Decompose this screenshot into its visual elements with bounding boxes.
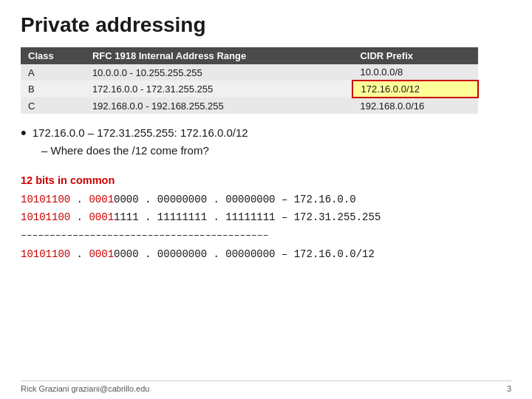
divider: ––––––––––––––––––––––––––––––––––––––––… [21, 228, 511, 244]
row-class-b: B [21, 81, 85, 98]
row-cidr-a: 10.0.0.0/8 [352, 64, 478, 81]
footer: Rick Graziani graziani@cabrillo.edu 3 [21, 381, 511, 393]
bullet-main-text: 172.16.0.0 – 172.31.255.255: 172.16.0.0/… [33, 124, 248, 142]
bits-line1-red1: 10101100 [21, 194, 70, 205]
bits-result-dot: . [70, 248, 89, 260]
col-cidr: CIDR Prefix [352, 47, 478, 64]
bits-line2-red2: 0001 [89, 211, 114, 223]
page-title: Private addressing [21, 13, 511, 37]
bits-line1-suffix: . 00000000 . 00000000 – 172.16.0.0 [139, 194, 356, 205]
footer-left: Rick Graziani graziani@cabrillo.edu [21, 384, 149, 393]
bits-result-mid: 0000 [114, 248, 139, 260]
table-row: B 172.16.0.0 - 172.31.255.255 172.16.0.0… [21, 81, 478, 98]
bits-line-2: 10101100 . 00011111 . 11111111 . 1111111… [21, 209, 511, 227]
bits-line-1: 10101100 . 00010000 . 00000000 . 0000000… [21, 191, 511, 209]
table-header-row: Class RFC 1918 Internal Address Range CI… [21, 47, 478, 64]
bullet-sub-text: – Where does the /12 come from? [41, 142, 511, 160]
footer-right: 3 [507, 384, 511, 393]
bullet-main-line: • 172.16.0.0 – 172.31.255.255: 172.16.0.… [21, 124, 511, 142]
address-table: Class RFC 1918 Internal Address Range CI… [21, 47, 511, 114]
table-row: C 192.168.0.0 - 192.168.255.255 192.168.… [21, 98, 478, 114]
bits-line1-red2: 0001 [89, 194, 114, 205]
bits-section: 12 bits in common 10101100 . 00010000 . … [21, 171, 511, 263]
bits-result-red1: 10101100 [21, 248, 70, 260]
bits-line1-mid: 0000 [114, 194, 139, 205]
col-range: RFC 1918 Internal Address Range [85, 47, 353, 64]
bullet-dot: • [21, 124, 27, 142]
row-class-c: C [21, 98, 85, 114]
bits-line2-suffix: . 11111111 . 11111111 – 172.31.255.255 [139, 211, 381, 223]
bits-label: 12 bits in common [21, 171, 511, 190]
row-cidr-c: 192.168.0.0/16 [352, 98, 478, 114]
row-range-b: 172.16.0.0 - 172.31.255.255 [85, 81, 353, 98]
bits-result-line: 10101100 . 00010000 . 00000000 . 0000000… [21, 246, 511, 264]
bits-result-red2: 0001 [89, 248, 114, 260]
bits-line2-dot1: . [70, 211, 89, 223]
bits-line1-dot1: . [70, 194, 89, 205]
bullet-section: • 172.16.0.0 – 172.31.255.255: 172.16.0.… [21, 124, 511, 160]
row-cidr-b-highlighted: 172.16.0.0/12 [352, 81, 478, 98]
bits-line2-mid: 1111 [114, 211, 139, 223]
row-range-c: 192.168.0.0 - 192.168.255.255 [85, 98, 353, 114]
table-row: A 10.0.0.0 - 10.255.255.255 10.0.0.0/8 [21, 64, 478, 81]
bits-line2-red1: 10101100 [21, 211, 70, 223]
bits-result-suffix: . 00000000 . 00000000 – 172.16.0.0/12 [139, 248, 375, 260]
row-range-a: 10.0.0.0 - 10.255.255.255 [85, 64, 353, 81]
col-class: Class [21, 47, 85, 64]
row-class-a: A [21, 64, 85, 81]
